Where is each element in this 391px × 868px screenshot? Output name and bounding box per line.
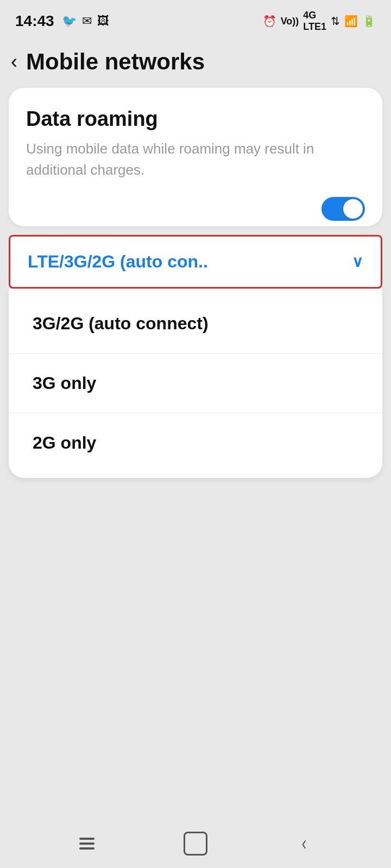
data-arrows-icon: ⇅: [331, 15, 340, 28]
alarm-icon: ⏰: [263, 15, 276, 28]
back-button[interactable]: ‹: [11, 52, 17, 72]
option-3g-2g-auto[interactable]: 3G/2G (auto connect): [9, 294, 382, 354]
home-icon: [184, 832, 207, 856]
back-nav-icon: ‹: [302, 832, 306, 855]
status-bar: 14:43 🐦 ✉ 🖼 ⏰ Vo)) 4GLTE1 ⇅ 📶 🔋: [0, 0, 391, 38]
home-button[interactable]: [174, 827, 217, 860]
back-nav-button[interactable]: ‹: [282, 827, 326, 860]
data-roaming-title: Data roaming: [26, 107, 365, 131]
lte-icon: 4GLTE1: [303, 10, 326, 33]
page-title: Mobile networks: [26, 49, 205, 75]
gallery-icon: 🖼: [97, 14, 109, 28]
signal-icon: 📶: [344, 15, 358, 28]
data-roaming-toggle[interactable]: [321, 197, 365, 221]
status-icons: 🐦 ✉ 🖼: [62, 14, 109, 28]
status-bar-left: 14:43 🐦 ✉ 🖼: [15, 12, 109, 30]
toggle-knob: [343, 199, 363, 219]
option-3g-only[interactable]: 3G only: [9, 354, 382, 413]
battery-icon: 🔋: [362, 15, 376, 28]
toggle-row: [26, 197, 365, 226]
network-mode-selected-text: LTE/3G/2G (auto con..: [28, 252, 208, 272]
email-icon: ✉: [82, 14, 92, 28]
data-roaming-subtitle: Using mobile data while roaming may resu…: [26, 138, 365, 181]
volte-icon: Vo)): [281, 16, 299, 27]
nav-bar: ‹: [0, 819, 391, 868]
chevron-down-icon: ∨: [352, 253, 363, 271]
header: ‹ Mobile networks: [0, 38, 391, 88]
status-right-icons: ⏰ Vo)) 4GLTE1 ⇅ 📶 🔋: [263, 10, 376, 33]
recent-icon: [79, 838, 94, 850]
status-bar-right: ⏰ Vo)) 4GLTE1 ⇅ 📶 🔋: [263, 10, 376, 33]
option-2g-only[interactable]: 2G only: [9, 413, 382, 473]
twitter-icon: 🐦: [62, 14, 77, 28]
status-time: 14:43: [15, 12, 54, 30]
data-roaming-card: Data roaming Using mobile data while roa…: [9, 88, 382, 226]
network-mode-options: 3G/2G (auto connect) 3G only 2G only: [9, 289, 382, 478]
recent-apps-button[interactable]: [65, 827, 109, 860]
network-mode-dropdown[interactable]: LTE/3G/2G (auto con.. ∨: [9, 235, 382, 289]
